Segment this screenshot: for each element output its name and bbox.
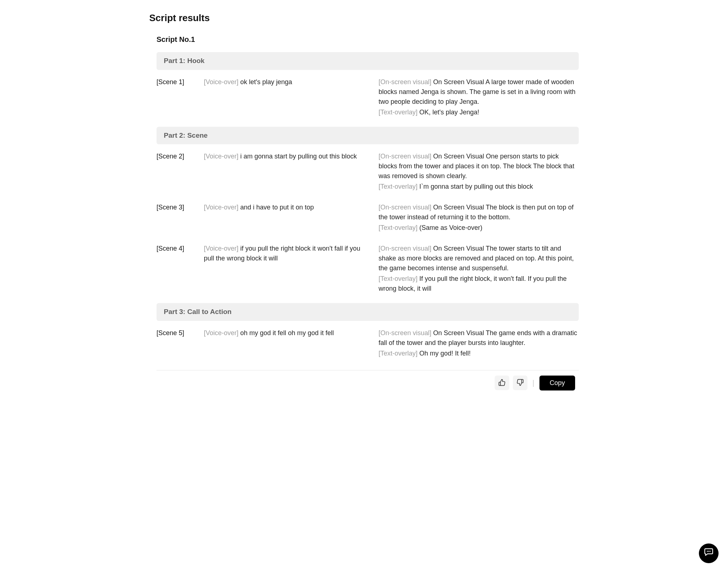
visual-cell: [On-screen visual] On Screen Visual The …	[379, 328, 579, 359]
scene-label: [Scene 5]	[157, 328, 197, 359]
scene-label: [Scene 3]	[157, 203, 197, 233]
scene-row: [Scene 1][Voice-over] ok let's play jeng…	[157, 76, 579, 127]
actions-bar: | Copy	[157, 376, 579, 390]
text-overlay-text: Oh my god! It fell!	[419, 350, 471, 357]
voice-over-cell: [Voice-over] if you pull the right block…	[204, 244, 371, 294]
thumbs-down-button[interactable]	[513, 376, 527, 390]
separator: |	[531, 377, 536, 388]
text-overlay-tag: [Text-overlay]	[379, 109, 418, 116]
text-overlay-tag: [Text-overlay]	[379, 275, 418, 282]
text-overlay-text: I`m gonna start by pulling out this bloc…	[419, 183, 533, 190]
scene-label: [Scene 1]	[157, 77, 197, 118]
text-overlay-text: (Same as Voice-over)	[419, 224, 482, 231]
copy-button[interactable]: Copy	[539, 376, 575, 390]
on-screen-visual-tag: [On-screen visual]	[379, 78, 431, 86]
text-overlay-text: OK, let's play Jenga!	[419, 109, 479, 116]
visual-cell: [On-screen visual] On Screen Visual One …	[379, 152, 579, 192]
scene-row: [Scene 5][Voice-over] oh my god it fell …	[157, 327, 579, 368]
scene-row: [Scene 4][Voice-over] if you pull the ri…	[157, 242, 579, 303]
voice-over-tag: [Voice-over]	[204, 245, 238, 252]
on-screen-visual-tag: [On-screen visual]	[379, 245, 431, 252]
thumbs-up-icon	[498, 379, 506, 387]
voice-over-cell: [Voice-over] ok let's play jenga	[204, 77, 371, 118]
on-screen-visual-tag: [On-screen visual]	[379, 153, 431, 160]
visual-cell: [On-screen visual] On Screen Visual The …	[379, 203, 579, 233]
part-header: Part 1: Hook	[157, 52, 579, 70]
voice-over-tag: [Voice-over]	[204, 153, 238, 160]
on-screen-visual-tag: [On-screen visual]	[379, 204, 431, 211]
part-header: Part 2: Scene	[157, 127, 579, 145]
text-overlay-tag: [Text-overlay]	[379, 224, 418, 231]
voice-over-tag: [Voice-over]	[204, 329, 238, 337]
voice-over-cell: [Voice-over] oh my god it fell oh my god…	[204, 328, 371, 359]
voice-over-cell: [Voice-over] i am gonna start by pulling…	[204, 152, 371, 192]
voice-over-text: and i have to put it on top	[240, 204, 314, 211]
voice-over-tag: [Voice-over]	[204, 204, 238, 211]
scene-row: [Scene 3][Voice-over] and i have to put …	[157, 201, 579, 242]
voice-over-tag: [Voice-over]	[204, 78, 238, 86]
voice-over-cell: [Voice-over] and i have to put it on top	[204, 203, 371, 233]
voice-over-text: ok let's play jenga	[240, 78, 292, 86]
scene-label: [Scene 2]	[157, 152, 197, 192]
script-card: Script No.1 Part 1: Hook[Scene 1][Voice-…	[149, 34, 579, 401]
text-overlay-tag: [Text-overlay]	[379, 183, 418, 190]
thumbs-up-button[interactable]	[495, 376, 509, 390]
parts-container: Part 1: Hook[Scene 1][Voice-over] ok let…	[157, 52, 579, 368]
script-number-heading: Script No.1	[157, 34, 579, 45]
text-overlay-tag: [Text-overlay]	[379, 350, 418, 357]
scene-row: [Scene 2][Voice-over] i am gonna start b…	[157, 150, 579, 201]
visual-cell: [On-screen visual] On Screen Visual A la…	[379, 77, 579, 118]
thumbs-down-icon	[517, 379, 524, 387]
divider	[157, 370, 579, 370]
part-header: Part 3: Call to Action	[157, 303, 579, 321]
voice-over-text: i am gonna start by pulling out this blo…	[240, 153, 357, 160]
voice-over-text: oh my god it fell oh my god it fell	[240, 329, 334, 337]
scene-label: [Scene 4]	[157, 244, 197, 294]
visual-cell: [On-screen visual] On Screen Visual The …	[379, 244, 579, 294]
on-screen-visual-tag: [On-screen visual]	[379, 329, 431, 337]
page-title: Script results	[149, 11, 579, 25]
